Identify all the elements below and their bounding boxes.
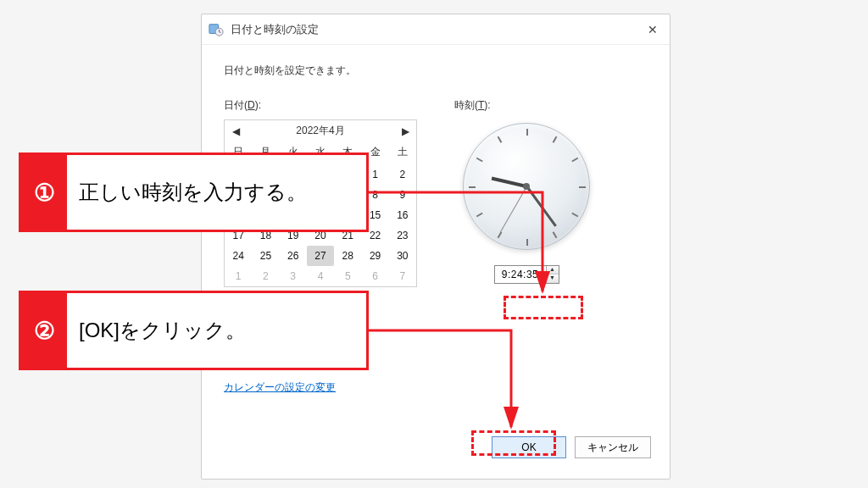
calendar-day[interactable]: 24	[225, 246, 252, 266]
hour-hand	[492, 177, 527, 188]
minute-hand	[526, 186, 557, 227]
spin-buttons: ▲ ▼	[546, 266, 559, 283]
chevron-left-icon: ◀	[232, 125, 240, 137]
calendar-prev-button[interactable]: ◀	[230, 125, 242, 137]
calendar-day[interactable]: 3	[280, 266, 307, 286]
clock-tick	[571, 213, 578, 218]
time-spinner: ▲ ▼	[494, 265, 559, 284]
clock-tick	[526, 129, 528, 136]
clock-tick	[571, 158, 578, 163]
date-time-settings-dialog: 日付と時刻の設定 ✕ 日付と時刻を設定できます。 日付(D): ◀ 2022年4…	[201, 14, 670, 480]
calendar-day[interactable]: 2	[389, 164, 416, 185]
calendar-next-button[interactable]: ▶	[399, 125, 411, 137]
instruction-text: 日付と時刻を設定できます。	[224, 64, 648, 78]
calendar-day[interactable]: 1	[225, 266, 252, 286]
annotation-text-1: 正しい時刻を入力する。	[67, 155, 319, 230]
annotation-step-1: ① 正しい時刻を入力する。	[19, 152, 369, 232]
clock-center	[523, 183, 530, 190]
second-hand	[500, 186, 527, 232]
annotation-badge-2: ②	[21, 293, 67, 368]
clock-wrap: ▲ ▼	[454, 119, 598, 284]
time-step-down-button[interactable]: ▼	[547, 274, 559, 283]
clock-tick	[553, 136, 558, 143]
clock-tick	[553, 231, 558, 238]
calendar-day[interactable]: 27	[307, 246, 334, 266]
calendar-dow: 土	[389, 141, 416, 164]
calendar-day[interactable]: 30	[389, 246, 416, 266]
calendar-day[interactable]: 2	[252, 266, 279, 286]
close-icon: ✕	[648, 23, 658, 36]
clock-tick	[476, 158, 483, 163]
calendar-day[interactable]: 23	[389, 225, 416, 246]
dialog-title: 日付と時刻の設定	[231, 22, 319, 37]
time-input[interactable]	[495, 266, 546, 283]
ok-button[interactable]: OK	[492, 436, 566, 458]
clock-tick	[476, 213, 483, 218]
chevron-right-icon: ▶	[402, 125, 409, 137]
calendar-day[interactable]: 7	[389, 266, 416, 286]
dialog-buttons: OK キャンセル	[492, 436, 651, 458]
time-column: 時刻(T): ▲ ▼	[454, 98, 598, 395]
calendar-day[interactable]: 26	[280, 246, 307, 266]
cancel-button[interactable]: キャンセル	[575, 436, 651, 458]
close-button[interactable]: ✕	[643, 19, 663, 40]
calendar-day[interactable]: 6	[361, 266, 388, 286]
clock-tick	[498, 231, 503, 238]
time-step-up-button[interactable]: ▲	[547, 266, 559, 274]
calendar-month-title: 2022年4月	[296, 124, 344, 138]
calendar-day[interactable]: 9	[389, 185, 416, 205]
calendar-day[interactable]: 5	[334, 266, 361, 286]
analog-clock	[463, 123, 590, 250]
datetime-icon	[209, 22, 224, 37]
time-label: 時刻(T):	[454, 98, 598, 113]
annotation-badge-1: ①	[21, 155, 67, 230]
calendar-day[interactable]: 29	[361, 246, 388, 266]
clock-tick	[469, 186, 476, 188]
calendar-day[interactable]: 4	[307, 266, 334, 286]
calendar-day[interactable]: 28	[334, 246, 361, 266]
calendar-day[interactable]: 25	[252, 246, 279, 266]
clock-tick	[498, 136, 503, 143]
calendar-day[interactable]: 16	[389, 205, 416, 225]
clock-tick	[579, 186, 586, 188]
dialog-titlebar: 日付と時刻の設定 ✕	[202, 14, 670, 45]
clock-tick	[526, 239, 528, 246]
annotation-step-2: ② [OK]をクリック。	[19, 291, 369, 370]
calendar-header: ◀ 2022年4月 ▶	[225, 120, 416, 141]
annotation-text-2: [OK]をクリック。	[67, 293, 258, 368]
calendar-settings-link[interactable]: カレンダーの設定の変更	[224, 380, 336, 395]
date-label: 日付(D):	[224, 98, 417, 113]
